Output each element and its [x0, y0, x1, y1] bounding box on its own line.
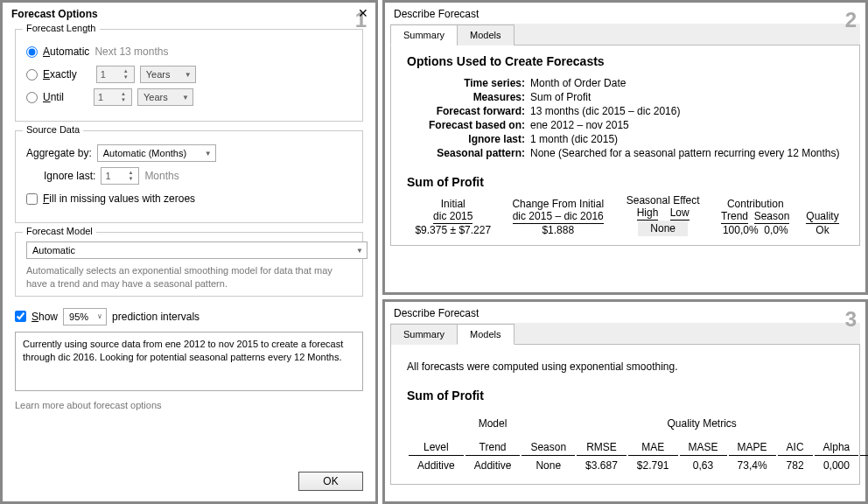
col-header: RMSE: [577, 439, 626, 456]
kv-value: ene 2012 – nov 2015: [530, 119, 629, 131]
until-unit-dropdown[interactable]: Years▼: [137, 88, 193, 106]
group-legend: Forecast Model: [23, 226, 96, 236]
chevron-down-icon: ▼: [356, 247, 363, 255]
exactly-unit-dropdown[interactable]: Years▼: [140, 66, 196, 83]
col-header: Level: [409, 439, 464, 456]
cell: $9.375 ± $7.227: [415, 224, 491, 236]
show-suffix: prediction intervals: [112, 311, 200, 323]
cell: None: [638, 220, 688, 236]
group-header: Quality Metrics: [628, 410, 776, 438]
show-value-dropdown[interactable]: 95%∨: [63, 308, 107, 326]
show-interval-checkbox[interactable]: [15, 311, 26, 322]
tab-models[interactable]: Models: [457, 324, 514, 345]
cell: None: [522, 458, 575, 473]
automatic-hint: Next 13 months: [94, 46, 168, 58]
cell: $3.687: [577, 458, 626, 473]
tab-summary[interactable]: Summary: [390, 24, 458, 46]
kv-key: Ignore last:: [407, 133, 525, 145]
col-subheader: High Low: [637, 206, 690, 220]
forecast-length-group: Forecast Length AAutomaticutomatic Next …: [15, 29, 363, 122]
col-header: Trend: [466, 439, 521, 456]
kv-key: Seasonal pattern:: [407, 147, 525, 159]
spinner-arrows-icon[interactable]: ▲▼: [117, 90, 130, 104]
close-icon[interactable]: ✕: [358, 6, 368, 20]
ignore-unit: Months: [144, 170, 178, 182]
spinner-arrows-icon[interactable]: ▲▼: [124, 169, 136, 183]
until-value-spinner[interactable]: 1▲▼: [94, 88, 132, 106]
col-header: Beta: [860, 439, 868, 456]
model-dropdown[interactable]: Automatic▼: [26, 242, 368, 259]
exactly-value-spinner[interactable]: 1▲▼: [96, 66, 135, 83]
cell: 782: [778, 458, 813, 473]
col-header: Season: [522, 439, 575, 456]
chevron-down-icon: ▼: [185, 71, 192, 79]
col-header: Initial: [441, 198, 466, 210]
col-header: AIC: [778, 439, 813, 456]
panel-number: 2: [845, 8, 857, 32]
spinner-arrows-icon[interactable]: ▲▼: [120, 67, 132, 81]
learn-more-link[interactable]: Learn more about forecast options: [3, 396, 375, 414]
aggregate-dropdown[interactable]: Automatic (Months)▼: [97, 144, 216, 162]
cell: Additive: [409, 458, 464, 473]
kv-key: Measures:: [407, 91, 525, 103]
chevron-down-icon: ▼: [205, 150, 212, 158]
kv-value: Month of Order Date: [530, 77, 626, 89]
until-radio[interactable]: [26, 92, 38, 103]
tab-models[interactable]: Models: [457, 24, 514, 46]
cell: 0,63: [680, 458, 727, 473]
group-legend: Forecast Length: [23, 23, 100, 33]
cell: 0,043: [860, 458, 868, 473]
chevron-down-icon: ∨: [97, 312, 102, 320]
kv-value: 1 month (dic 2015): [530, 133, 618, 145]
models-table: Model Quality Metrics Smoothing Coeffici…: [407, 408, 868, 475]
automatic-label: AAutomaticutomatic: [43, 46, 89, 58]
fill-zeroes-checkbox[interactable]: [26, 193, 38, 205]
cell: 0,000: [815, 458, 859, 473]
kv-key: Forecast forward:: [407, 105, 525, 117]
col-header: MASE: [680, 439, 727, 456]
tab-summary[interactable]: Summary: [390, 324, 458, 345]
automatic-radio[interactable]: [26, 46, 38, 58]
col-subheader: Trend Season: [721, 210, 789, 224]
group-legend: Source Data: [23, 124, 83, 135]
ok-button[interactable]: OK: [298, 472, 363, 491]
cell: 73,4%: [729, 458, 776, 473]
dialog-title: Describe Forecast: [385, 3, 865, 24]
col-header: MAPE: [729, 439, 776, 456]
col-header: Change From Initial: [512, 198, 604, 210]
models-description: All forecasts were computed using expone…: [407, 360, 844, 373]
kv-value: None (Searched for a seasonal pattern re…: [530, 147, 840, 159]
fill-zeroes-label: Fill in missing values with zeroesFill i…: [43, 192, 195, 205]
cell: $1.888: [542, 224, 574, 236]
cell: $2.791: [628, 458, 678, 473]
group-header: Smoothing Coefficients: [860, 410, 868, 438]
cell: Additive: [466, 458, 521, 473]
summary-table: Initial dic 2015 $9.375 ± $7.227 Change …: [407, 194, 844, 236]
kv-value: 13 months (dic 2015 – dic 2016): [530, 105, 680, 117]
col-header: MAE: [628, 439, 678, 456]
kv-key: Forecast based on:: [407, 119, 525, 131]
aggregate-label: Aggregate by:: [26, 147, 92, 159]
cell: 100,0% 0,0%: [723, 224, 788, 236]
col-header: Alpha: [815, 439, 859, 456]
model-helper-text: Automatically selects an exponential smo…: [26, 264, 352, 290]
cell: Ok: [816, 224, 829, 236]
forecast-model-group: Forecast Model Automatic▼ Automatically …: [15, 232, 363, 297]
exactly-radio[interactable]: [26, 69, 38, 80]
status-textbox: Currently using source data from ene 201…: [15, 332, 363, 391]
dialog-title: Describe Forecast: [385, 302, 865, 323]
col-subheader: dic 2015 – dic 2016: [513, 210, 604, 224]
show-label: ShowShow: [32, 311, 58, 323]
tabs: Summary Models: [390, 24, 860, 46]
options-heading: Options Used to Create Forecasts: [407, 54, 844, 68]
kv-key: Time series:: [407, 77, 525, 89]
sum-of-profit-heading: Sum of Profit: [407, 175, 844, 189]
describe-forecast-summary: 2 Describe Forecast Summary Models Optio…: [382, 0, 868, 295]
col-header: Seasonal Effect: [626, 194, 700, 206]
ignore-value-spinner[interactable]: 1▲▼: [101, 167, 139, 185]
ignore-label: Ignore last:: [44, 170, 95, 182]
panel-number: 3: [845, 307, 857, 332]
dialog-title: Forecast Options: [3, 3, 375, 24]
source-data-group: Source Data Aggregate by: Automatic (Mon…: [15, 130, 363, 223]
forecast-options-dialog: 1 Forecast Options ✕ Forecast Length AAu…: [0, 0, 378, 504]
